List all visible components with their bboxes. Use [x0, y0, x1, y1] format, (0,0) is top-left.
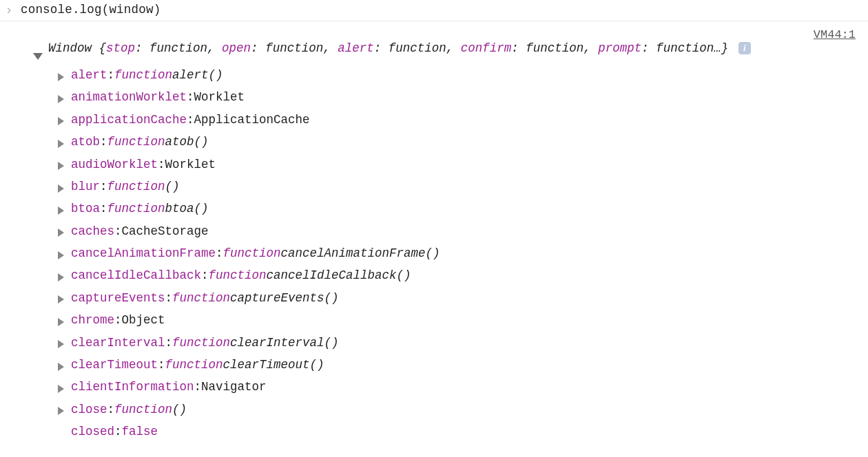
property-row[interactable]: caches: CacheStorage	[58, 220, 860, 242]
function-keyword: function	[209, 264, 267, 286]
property-row[interactable]: close: function ()	[58, 398, 860, 421]
function-name: clearInterval()	[230, 332, 339, 354]
property-row[interactable]: alert: function alert()	[58, 64, 860, 86]
property-key: cancelIdleCallback	[71, 264, 201, 286]
preview-key: open	[222, 41, 251, 55]
function-keyword: function	[172, 332, 230, 354]
preview-key: alert	[338, 41, 374, 55]
info-icon[interactable]: i	[738, 42, 751, 54]
property-key: alert	[71, 64, 107, 86]
console-input-row: › console.log(window)	[0, 0, 868, 21]
function-name: captureEvents()	[230, 287, 339, 309]
property-row[interactable]: captureEvents: function captureEvents()	[58, 287, 860, 309]
prompt-icon: ›	[7, 3, 11, 16]
preview-value: function	[149, 41, 207, 55]
object-class: Window	[48, 41, 99, 55]
preview-value: function	[389, 41, 446, 55]
property-key: animationWorklet	[71, 86, 187, 108]
property-value: Object	[122, 309, 165, 331]
object-summary: Window {stop: function, open: function, …	[48, 39, 751, 57]
expand-icon[interactable]	[58, 318, 64, 326]
preview-key: stop	[106, 41, 135, 55]
object-summary-row[interactable]: Window {stop: function, open: function, …	[33, 39, 860, 60]
preview-key: prompt	[598, 41, 641, 55]
expand-icon[interactable]	[58, 73, 64, 81]
function-keyword: function	[165, 354, 223, 376]
property-row[interactable]: atob: function atob()	[58, 131, 860, 153]
source-link[interactable]: VM44:1	[814, 28, 856, 41]
property-row[interactable]: clearTimeout: function clearTimeout()	[58, 354, 860, 376]
property-key: clearTimeout	[71, 354, 158, 376]
property-key: btoa	[71, 198, 100, 220]
expand-toggle-icon[interactable]	[33, 53, 43, 60]
expand-icon[interactable]	[58, 340, 64, 348]
property-value: Navigator	[201, 376, 267, 398]
function-keyword: function	[107, 198, 165, 220]
property-key: clientInformation	[71, 376, 194, 398]
expand-icon[interactable]	[58, 295, 64, 304]
property-key: clearInterval	[71, 332, 165, 354]
property-row[interactable]: chrome: Object	[58, 309, 860, 331]
property-row[interactable]: applicationCache: ApplicationCache	[58, 109, 860, 131]
expand-icon[interactable]	[58, 385, 64, 393]
console-input-code[interactable]: console.log(window)	[21, 3, 161, 17]
property-list: alert: function alert()animationWorklet:…	[58, 64, 860, 443]
property-value: Worklet	[194, 86, 245, 108]
property-value: ApplicationCache	[194, 109, 310, 131]
function-keyword: function	[114, 398, 172, 421]
expand-icon[interactable]	[58, 206, 64, 215]
console-output: VM44:1 Window {stop: function, open: fun…	[0, 21, 868, 451]
preview-value: function	[265, 41, 323, 55]
property-value: CacheStorage	[122, 220, 209, 242]
function-keyword: function	[107, 176, 165, 198]
property-row[interactable]: cancelIdleCallback: function cancelIdleC…	[58, 264, 860, 286]
property-key: blur	[71, 176, 100, 198]
function-name: cancelIdleCallback()	[267, 264, 411, 286]
property-value: false	[122, 421, 158, 443]
expand-icon[interactable]	[58, 228, 64, 237]
expand-icon[interactable]	[58, 273, 64, 281]
property-key: closed	[71, 421, 114, 443]
property-key: close	[71, 398, 107, 421]
function-keyword: function	[107, 131, 165, 153]
function-keyword: function	[114, 64, 172, 86]
property-row[interactable]: animationWorklet: Worklet	[58, 86, 860, 108]
expand-icon[interactable]	[58, 251, 64, 259]
property-key: chrome	[71, 309, 114, 331]
function-name: atob()	[165, 131, 209, 153]
property-key: audioWorklet	[71, 153, 158, 176]
expand-icon[interactable]	[58, 162, 64, 170]
expand-icon[interactable]	[58, 117, 64, 125]
property-row[interactable]: audioWorklet: Worklet	[58, 153, 860, 176]
property-row[interactable]: btoa: function btoa()	[58, 198, 860, 220]
property-key: captureEvents	[71, 287, 165, 309]
property-row[interactable]: clearInterval: function clearInterval()	[58, 332, 860, 354]
property-value: Worklet	[165, 153, 216, 176]
preview-value: function	[656, 41, 714, 55]
expand-icon[interactable]	[58, 95, 64, 103]
expand-icon[interactable]	[58, 184, 64, 193]
property-row[interactable]: cancelAnimationFrame: function cancelAni…	[58, 242, 860, 264]
preview-value: function	[526, 41, 583, 55]
function-name: clearTimeout()	[223, 354, 324, 376]
property-row[interactable]: blur: function ()	[58, 176, 860, 198]
expand-icon[interactable]	[58, 363, 64, 371]
property-key: cancelAnimationFrame	[71, 242, 216, 264]
function-name: ()	[165, 176, 180, 198]
expand-icon[interactable]	[58, 140, 64, 148]
preview-key: confirm	[461, 41, 512, 55]
property-row: closed: false	[58, 421, 860, 443]
function-keyword: function	[223, 242, 281, 264]
function-name: cancelAnimationFrame()	[281, 242, 440, 264]
property-key: atob	[71, 131, 100, 153]
function-keyword: function	[172, 287, 230, 309]
function-name: alert()	[172, 64, 223, 86]
function-name: btoa()	[165, 198, 209, 220]
expand-icon[interactable]	[58, 407, 64, 415]
property-key: applicationCache	[71, 109, 187, 131]
property-row[interactable]: clientInformation: Navigator	[58, 376, 860, 398]
property-key: caches	[71, 220, 114, 242]
function-name: ()	[172, 398, 187, 421]
